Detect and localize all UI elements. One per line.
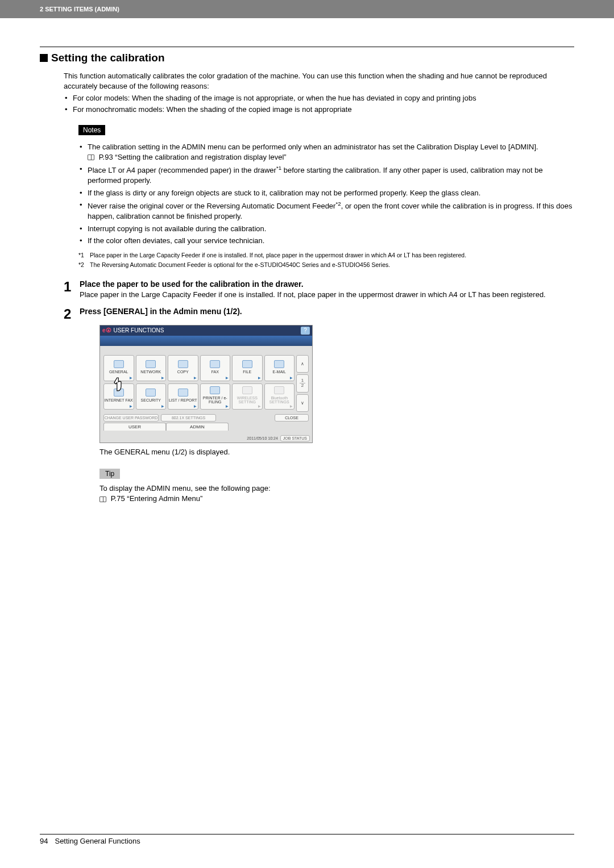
chapter-header: 2 SETTING ITEMS (ADMIN)	[0, 0, 614, 18]
general-icon	[114, 360, 124, 368]
chevron-right-icon: ▶	[258, 404, 261, 408]
bottom-button-row: CHANGE USER PASSWORD 802.1X SETTINGS CLO…	[103, 414, 309, 422]
section-rule	[40, 47, 574, 47]
section-title: Setting the calibration	[51, 52, 165, 64]
screen-body: GENERAL▶ NETWORK▶ COPY▶ FAX▶ FILE▶ E-MAI…	[100, 346, 312, 434]
chevron-right-icon: ▶	[194, 375, 197, 379]
scroll-up-button[interactable]: ∧	[296, 355, 309, 373]
notes-list: The calibration setting in the ADMIN men…	[78, 142, 574, 246]
menu-security[interactable]: SECURITY▶	[136, 383, 167, 410]
page-number: 94	[40, 837, 48, 845]
chevron-right-icon: ▶	[130, 375, 132, 379]
job-status-button[interactable]: JOB STATUS	[280, 435, 310, 441]
step-1: 1 Place the paper to be used for the cal…	[64, 279, 574, 300]
menu-email[interactable]: E-MAIL▶	[264, 355, 295, 381]
step2-after-text: The GENERAL menu (1/2) is displayed.	[99, 448, 574, 456]
screen-subbar	[100, 336, 312, 346]
notes-item: If the color often deviates, call your s…	[78, 236, 574, 246]
footnote-mark: *2	[78, 261, 90, 269]
chevron-right-icon: ▶	[290, 375, 293, 379]
tip-ref: P.75 “Entering Admin Menu”	[111, 494, 203, 503]
notes-box: Notes	[78, 124, 574, 135]
footnote: *1 Place paper in the Large Capacity Fee…	[78, 252, 574, 260]
email-icon	[274, 360, 284, 368]
menu-fax[interactable]: FAX▶	[200, 355, 231, 381]
network-icon	[146, 360, 156, 368]
intro-bullets: For color models: When the shading of th…	[64, 93, 574, 114]
footnote: *2 The Reversing Automatic Document Feed…	[78, 261, 574, 269]
step-text: Place paper in the Large Capacity Feeder…	[80, 290, 574, 300]
icon-row-1: GENERAL▶ NETWORK▶ COPY▶ FAX▶ FILE▶ E-MAI…	[103, 355, 294, 381]
menu-network[interactable]: NETWORK▶	[136, 355, 167, 381]
security-icon	[146, 389, 156, 397]
chevron-right-icon: ▶	[161, 404, 164, 408]
screen-title: USER FUNCTIONS	[114, 327, 164, 333]
footnote-mark: *1	[78, 252, 90, 260]
tip-text: To display the ADMIN menu, see the follo…	[99, 483, 574, 504]
notes-item: Place LT or A4 paper (recommended paper)…	[78, 164, 574, 185]
notes-item: Never raise the original cover or the Re…	[78, 200, 574, 221]
menu-bluetooth[interactable]: Bluetooth SETTINGS▶	[264, 383, 295, 410]
page-scroll: ∧ 1 2 ∨	[296, 355, 309, 412]
admin-screen: e⦿ USER FUNCTIONS ? GENERAL▶ NETWORK▶ CO…	[99, 325, 313, 443]
chevron-right-icon: ▶	[226, 375, 229, 379]
menu-list-report[interactable]: LIST / REPORT▶	[168, 383, 198, 410]
menu-printer-efiling[interactable]: PRINTER / e-FILING▶	[200, 383, 231, 410]
8021x-settings-button[interactable]: 802.1X SETTINGS	[161, 414, 216, 422]
screen-titlebar: e⦿ USER FUNCTIONS ?	[100, 326, 312, 336]
copy-icon	[178, 360, 188, 368]
step-number: 1	[64, 279, 80, 300]
chapter-crumb: 2 SETTING ITEMS (ADMIN)	[40, 6, 119, 12]
section-heading: Setting the calibration	[40, 52, 574, 64]
menu-file[interactable]: FILE▶	[232, 355, 263, 381]
footnote-text: The Reversing Automatic Document Feeder …	[90, 261, 390, 269]
page-indicator: 1 2	[296, 374, 309, 393]
screen-bottom-bar: 2011/05/10 10:24 JOB STATUS	[100, 434, 312, 443]
section-intro: This function automatically calibrates t…	[64, 71, 574, 91]
page-content: Setting the calibration This function au…	[0, 18, 614, 504]
chevron-right-icon: ▶	[258, 375, 261, 379]
notes-label: Notes	[78, 125, 105, 135]
chevron-right-icon: ▶	[194, 404, 197, 408]
fax-icon	[210, 360, 220, 368]
chevron-right-icon: ▶	[130, 404, 132, 408]
tabs-row: USER ADMIN	[103, 422, 309, 431]
bluetooth-icon	[274, 386, 284, 394]
notes-item: Interrupt copying is not available durin…	[78, 224, 574, 234]
tip-label: Tip	[99, 469, 120, 479]
icon-row-2: INTERNET FAX▶ SECURITY▶ LIST / REPORT▶ P…	[103, 383, 294, 410]
wireless-icon	[242, 386, 252, 394]
intro-bullet: For color models: When the shading of th…	[64, 93, 574, 103]
step-title: Press [GENERAL] in the Admin menu (1/2).	[80, 307, 574, 316]
footnote-text: Place paper in the Large Capacity Feeder…	[90, 252, 466, 260]
chevron-right-icon: ▶	[226, 404, 229, 408]
help-button[interactable]: ?	[301, 327, 310, 335]
change-user-password-button[interactable]: CHANGE USER PASSWORD	[103, 414, 159, 422]
menu-copy[interactable]: COPY▶	[168, 355, 198, 381]
file-icon	[242, 360, 252, 368]
chevron-right-icon: ▶	[290, 404, 293, 408]
notes-text: The calibration setting in the ADMIN men…	[88, 143, 538, 151]
step-number: 2	[64, 307, 80, 322]
brand-icon: e⦿	[102, 327, 111, 333]
step-2: 2 Press [GENERAL] in the Admin menu (1/2…	[64, 307, 574, 322]
scroll-down-button[interactable]: ∨	[296, 394, 309, 412]
footnotes: *1 Place paper in the Large Capacity Fee…	[78, 252, 574, 269]
intro-bullet: For monochromatic models: When the shadi…	[64, 105, 574, 115]
step-title: Place the paper to be used for the calib…	[80, 279, 574, 289]
book-icon	[99, 496, 106, 502]
footer-title: Setting General Functions	[55, 837, 140, 845]
book-icon	[88, 155, 94, 160]
chevron-right-icon: ▶	[161, 375, 164, 379]
pointer-hand-icon	[110, 374, 125, 391]
menu-wireless[interactable]: WIRELESS SETTING▶	[232, 383, 263, 410]
close-button[interactable]: CLOSE	[275, 414, 309, 422]
notes-item: The calibration setting in the ADMIN men…	[78, 142, 574, 162]
tab-user[interactable]: USER	[103, 423, 166, 431]
screen-timestamp: 2011/05/10 10:24	[247, 436, 278, 440]
report-icon	[178, 389, 188, 397]
heading-square-icon	[40, 54, 48, 62]
notes-ref: P.93 “Setting the calibration and regist…	[99, 153, 287, 161]
tab-admin[interactable]: ADMIN	[166, 423, 229, 431]
notes-item: If the glass is dirty or any foreign obj…	[78, 188, 574, 198]
